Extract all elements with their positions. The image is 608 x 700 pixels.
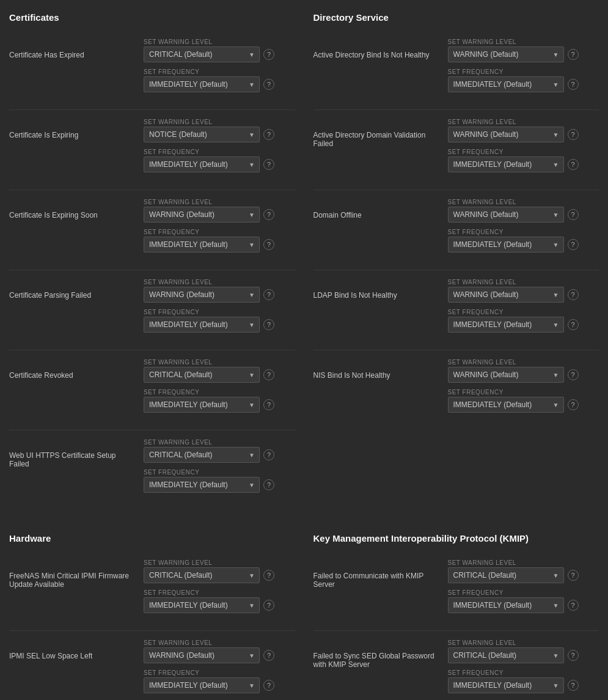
frequency-dropdown-wrapper-ldap-bind-not-healthy: IMMEDIATELY (Default)▼: [448, 317, 564, 333]
warning-help-domain-offline[interactable]: ?: [568, 209, 579, 220]
certificates-section: Certificates Certificate Has ExpiredSet …: [0, 6, 304, 527]
frequency-row-ad-domain-validation-failed: Set FrequencyIMMEDIATELY (Default)▼?: [448, 149, 599, 172]
warning-help-cert-parsing-failed[interactable]: ?: [263, 289, 274, 300]
warning-dropdown-ad-bind-not-healthy[interactable]: WARNING (Default): [448, 46, 564, 62]
warning-dropdown-kmip-communicate-failed[interactable]: CRITICAL (Default): [448, 567, 564, 583]
alert-block-domain-offline: Domain OfflineSet Warning LevelWARNING (…: [313, 195, 599, 260]
controls-cert-expiring: Set Warning LevelNOTICE (Default)▼?Set F…: [144, 119, 295, 176]
frequency-help-domain-offline[interactable]: ?: [568, 239, 579, 250]
alert-block-nis-bind-not-healthy: NIS Bind Is Not HealthySet Warning Level…: [313, 355, 599, 420]
frequency-row-cert-expired: Set FrequencyIMMEDIATELY (Default)▼?: [144, 68, 295, 92]
warning-dropdown-wrapper-freenas-mini-ipmi: CRITICAL (Default)▼: [144, 567, 260, 583]
warning-dropdown-ad-domain-validation-failed[interactable]: WARNING (Default): [448, 127, 564, 142]
frequency-dropdown-domain-offline[interactable]: IMMEDIATELY (Default): [448, 237, 564, 252]
frequency-dropdown-ipmi-sel-low-space[interactable]: IMMEDIATELY (Default): [144, 677, 260, 693]
warning-dropdown-wrapper-cert-parsing-failed: WARNING (Default)▼: [144, 287, 260, 303]
warning-help-kmip-communicate-failed[interactable]: ?: [568, 570, 579, 581]
alert-label-domain-offline: Domain Offline: [313, 199, 448, 219]
frequency-dropdown-ad-domain-validation-failed[interactable]: IMMEDIATELY (Default): [448, 157, 564, 172]
frequency-help-kmip-communicate-failed[interactable]: ?: [568, 600, 579, 611]
warning-help-kmip-sync-sed-failed[interactable]: ?: [568, 650, 579, 661]
frequency-row-ldap-bind-not-healthy: Set FrequencyIMMEDIATELY (Default)▼?: [448, 309, 599, 333]
frequency-help-cert-expiring[interactable]: ?: [263, 159, 274, 170]
frequency-help-freenas-mini-ipmi[interactable]: ?: [263, 600, 274, 611]
warning-help-nis-bind-not-healthy[interactable]: ?: [568, 369, 579, 380]
frequency-help-nis-bind-not-healthy[interactable]: ?: [568, 399, 579, 410]
alert-block-cert-expiring: Certificate Is ExpiringSet Warning Level…: [9, 115, 295, 180]
frequency-dropdown-cert-expiring-soon[interactable]: IMMEDIATELY (Default): [144, 237, 260, 252]
warning-dropdown-row-web-ui-https-cert: CRITICAL (Default)▼?: [144, 447, 295, 463]
warning-dropdown-cert-revoked[interactable]: CRITICAL (Default): [144, 367, 260, 383]
kmip-section: Key Management Interoperability Protocol…: [304, 527, 609, 700]
warning-label-ldap-bind-not-healthy: Set Warning Level: [448, 279, 599, 286]
frequency-label-cert-expiring: Set Frequency: [144, 149, 295, 155]
frequency-dropdown-kmip-sync-sed-failed[interactable]: IMMEDIATELY (Default): [448, 677, 564, 693]
warning-help-cert-expiring-soon[interactable]: ?: [263, 209, 274, 220]
frequency-help-ad-bind-not-healthy[interactable]: ?: [568, 79, 579, 90]
warning-dropdown-cert-expiring[interactable]: NOTICE (Default): [144, 127, 260, 142]
frequency-help-ipmi-sel-low-space[interactable]: ?: [263, 680, 274, 691]
warning-dropdown-row-cert-parsing-failed: WARNING (Default)▼?: [144, 287, 295, 303]
warning-dropdown-freenas-mini-ipmi[interactable]: CRITICAL (Default): [144, 567, 260, 583]
warning-dropdown-cert-expiring-soon[interactable]: WARNING (Default): [144, 207, 260, 223]
kmip-title: Key Management Interoperability Protocol…: [313, 533, 599, 547]
frequency-label-cert-expiring-soon: Set Frequency: [144, 229, 295, 235]
warning-help-freenas-mini-ipmi[interactable]: ?: [263, 570, 274, 581]
frequency-help-cert-expiring-soon[interactable]: ?: [263, 239, 274, 250]
warning-help-ad-domain-validation-failed[interactable]: ?: [568, 129, 579, 140]
warning-dropdown-nis-bind-not-healthy[interactable]: WARNING (Default): [448, 367, 564, 383]
warning-dropdown-row-cert-expired: CRITICAL (Default)▼?: [144, 46, 295, 62]
frequency-dropdown-freenas-mini-ipmi[interactable]: IMMEDIATELY (Default): [144, 597, 260, 613]
alert-group-cert-parsing-failed: Certificate Parsing FailedSet Warning Le…: [9, 275, 295, 350]
warning-dropdown-kmip-sync-sed-failed[interactable]: CRITICAL (Default): [448, 647, 564, 663]
frequency-help-cert-expired[interactable]: ?: [263, 79, 274, 90]
warning-help-web-ui-https-cert[interactable]: ?: [263, 449, 274, 460]
controls-domain-offline: Set Warning LevelWARNING (Default)▼?Set …: [448, 199, 599, 256]
warning-dropdown-ldap-bind-not-healthy[interactable]: WARNING (Default): [448, 287, 564, 303]
frequency-row-web-ui-https-cert: Set FrequencyIMMEDIATELY (Default)▼?: [144, 469, 295, 493]
warning-help-cert-expiring[interactable]: ?: [263, 129, 274, 140]
frequency-dropdown-cert-parsing-failed[interactable]: IMMEDIATELY (Default): [144, 317, 260, 333]
alert-block-ldap-bind-not-healthy: LDAP Bind Is Not HealthySet Warning Leve…: [313, 275, 599, 340]
warning-help-ad-bind-not-healthy[interactable]: ?: [568, 49, 579, 60]
frequency-dropdown-ldap-bind-not-healthy[interactable]: IMMEDIATELY (Default): [448, 317, 564, 333]
warning-row-cert-revoked: Set Warning LevelCRITICAL (Default)▼?: [144, 359, 295, 383]
warning-dropdown-cert-expired[interactable]: CRITICAL (Default): [144, 46, 260, 62]
warning-dropdown-web-ui-https-cert[interactable]: CRITICAL (Default): [144, 447, 260, 463]
warning-dropdown-ipmi-sel-low-space[interactable]: WARNING (Default): [144, 647, 260, 663]
frequency-dropdown-kmip-communicate-failed[interactable]: IMMEDIATELY (Default): [448, 597, 564, 613]
frequency-dropdown-nis-bind-not-healthy[interactable]: IMMEDIATELY (Default): [448, 397, 564, 413]
frequency-dropdown-row-cert-parsing-failed: IMMEDIATELY (Default)▼?: [144, 317, 295, 333]
frequency-row-domain-offline: Set FrequencyIMMEDIATELY (Default)▼?: [448, 229, 599, 252]
frequency-help-cert-revoked[interactable]: ?: [263, 399, 274, 410]
frequency-dropdown-web-ui-https-cert[interactable]: IMMEDIATELY (Default): [144, 477, 260, 493]
frequency-help-web-ui-https-cert[interactable]: ?: [263, 479, 274, 490]
warning-dropdown-wrapper-ipmi-sel-low-space: WARNING (Default)▼: [144, 647, 260, 663]
alert-block-cert-expiring-soon: Certificate Is Expiring SoonSet Warning …: [9, 195, 295, 260]
controls-ad-bind-not-healthy: Set Warning LevelWARNING (Default)▼?Set …: [448, 39, 599, 96]
frequency-dropdown-row-web-ui-https-cert: IMMEDIATELY (Default)▼?: [144, 477, 295, 493]
frequency-help-ad-domain-validation-failed[interactable]: ?: [568, 159, 579, 170]
alert-block-web-ui-https-cert: Web UI HTTPS Certificate Setup FailedSet…: [9, 435, 295, 500]
warning-help-cert-expired[interactable]: ?: [263, 49, 274, 60]
warning-dropdown-cert-parsing-failed[interactable]: WARNING (Default): [144, 287, 260, 303]
frequency-help-ldap-bind-not-healthy[interactable]: ?: [568, 319, 579, 330]
frequency-dropdown-ad-bind-not-healthy[interactable]: IMMEDIATELY (Default): [448, 76, 564, 92]
controls-web-ui-https-cert: Set Warning LevelCRITICAL (Default)▼?Set…: [144, 439, 295, 496]
frequency-label-web-ui-https-cert: Set Frequency: [144, 469, 295, 476]
warning-help-ldap-bind-not-healthy[interactable]: ?: [568, 289, 579, 300]
warning-help-cert-revoked[interactable]: ?: [263, 369, 274, 380]
frequency-dropdown-cert-expired[interactable]: IMMEDIATELY (Default): [144, 76, 260, 92]
frequency-dropdown-cert-expiring[interactable]: IMMEDIATELY (Default): [144, 157, 260, 172]
hardware-alerts-container: FreeNAS Mini Critical IPMI Firmware Upda…: [9, 556, 295, 700]
frequency-dropdown-row-cert-expiring: IMMEDIATELY (Default)▼?: [144, 157, 295, 172]
warning-dropdown-domain-offline[interactable]: WARNING (Default): [448, 207, 564, 223]
frequency-dropdown-row-ipmi-sel-low-space: IMMEDIATELY (Default)▼?: [144, 677, 295, 693]
frequency-dropdown-cert-revoked[interactable]: IMMEDIATELY (Default): [144, 397, 260, 413]
warning-dropdown-wrapper-kmip-communicate-failed: CRITICAL (Default)▼: [448, 567, 564, 583]
warning-help-ipmi-sel-low-space[interactable]: ?: [263, 650, 274, 661]
frequency-help-cert-parsing-failed[interactable]: ?: [263, 319, 274, 330]
warning-dropdown-row-nis-bind-not-healthy: WARNING (Default)▼?: [448, 367, 599, 383]
alert-block-kmip-sync-sed-failed: Failed to Sync SED Global Password with …: [313, 636, 599, 700]
frequency-help-kmip-sync-sed-failed[interactable]: ?: [568, 680, 579, 691]
